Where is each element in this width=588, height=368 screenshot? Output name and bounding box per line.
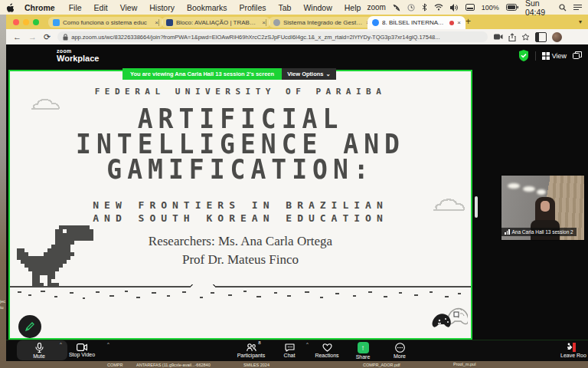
tab-sistema-integrado[interactable]: Sistema Integrado de Gestão d × [269,17,374,28]
annotate-button[interactable] [18,315,41,338]
forward-button[interactable]: → [28,32,37,41]
dino-pixel-art [17,225,93,287]
wifi-icon[interactable] [434,4,443,11]
tab-title: Como funciona o sistema educ [63,19,152,26]
menu-help[interactable]: Help [345,3,361,12]
menu-file[interactable]: File [69,3,82,12]
desktop-file-label[interactable]: ANTAREFAS (11.g9cxle-avail...-662840 [136,363,211,367]
presentation-slide: FEDERAL UNIVERSITY OF PARAIBA ARTIFICIAL… [10,71,471,338]
desktop-left-strip: jec tu [0,15,6,362]
profile-avatar[interactable] [552,32,562,42]
zoom-workplace-logo: zoom Workplace [57,48,99,63]
video-options-chevron[interactable]: ^ [107,342,109,347]
chat-button[interactable]: Chat ^ [276,340,303,361]
shared-screen: FEDERAL UNIVERSITY OF PARAIBA ARTIFICIAL… [8,70,472,340]
tab-bilsel-active[interactable]: 8. BİLSEL INTERNATIONAL × [368,16,466,29]
desktop-file-label: tu [0,305,4,310]
desktop-file-label[interactable]: SMILES 2024 [243,363,270,367]
chrome-tab-strip: Como funciona o sistema educ × Bloco: AV… [6,15,588,29]
mute-button[interactable]: Mute ^ [20,340,58,361]
menu-window[interactable]: Window [303,3,332,12]
more-button[interactable]: More [386,340,413,361]
window-controls [13,19,39,25]
popout-window-icon[interactable] [573,51,582,60]
tab-title: 8. BİLSEL INTERNATIONAL [382,19,447,26]
desktop-file-label[interactable]: Prool_m.pul [453,362,475,366]
share-screen-button[interactable]: ↑ Share [349,340,377,361]
tab-favicon [166,19,173,26]
desktop-file-label[interactable]: COMPR [107,363,122,367]
microphone-icon [35,343,44,353]
participants-count-badge: 8 [258,340,260,345]
tab-favicon [53,19,60,26]
gamepad-brain-icon [430,307,468,334]
tab-title: Sistema Integrado de Gestão d [283,19,363,26]
bluetooth-icon[interactable] [422,3,427,12]
menu-view[interactable]: View [120,3,138,12]
audio-level-icon [505,229,510,235]
leave-button[interactable]: Leave Roo [554,340,588,361]
control-center-icon[interactable] [573,4,582,11]
menu-tab[interactable]: Tab [278,3,291,12]
bookmark-star-icon[interactable] [521,33,530,41]
apple-menu-icon[interactable] [6,3,14,12]
clock-icon[interactable] [407,4,415,12]
participants-icon [247,343,256,352]
zoom-status-menu[interactable]: zoom [367,3,385,12]
tab-search-icon[interactable] [535,32,547,42]
minimize-window-button[interactable] [23,19,29,25]
active-app-name[interactable]: Chrome [24,3,55,12]
reload-button[interactable]: ⟳ [44,32,51,42]
slide-university: FEDERAL UNIVERSITY OF PARAIBA [10,87,471,97]
reactions-button[interactable]: Reactions [309,340,345,361]
security-shield-icon[interactable] [518,50,529,61]
close-window-button[interactable] [13,19,19,25]
participants-button[interactable]: 8 Participants [230,340,273,361]
tab-bloco-avaliacao[interactable]: Bloco: AVALIAÇÃO | TRABALH × [162,17,270,28]
menu-edit[interactable]: Edit [94,3,108,12]
heart-icon [322,343,332,352]
battery-icon[interactable] [506,4,518,11]
address-bar[interactable]: app.zoom.us/wc/83226338664/join?fromPWA=… [57,31,488,42]
spotlight-search-icon[interactable] [559,4,567,12]
stop-video-button[interactable]: Stop Video ^ [58,340,106,361]
slide-subtitle: NEW FRONTIERS IN BRAZILIAN AND SOUTH KOR… [10,199,471,225]
url-text: app.zoom.us/wc/83226338664/join?fromPWA=… [71,34,482,41]
chat-options-chevron[interactable]: ^ [306,342,309,347]
menu-clock[interactable]: Sun 04:49 [525,0,552,17]
back-button[interactable]: ← [13,32,21,41]
tab-list-chevron-icon[interactable]: ▾ [579,18,582,25]
participant-name-label: Ana Carla Hall 13 session 2 [501,228,577,236]
header-divider [535,51,536,61]
share-icon: ↑ [358,342,369,353]
menu-profiles[interactable]: Profiles [239,3,266,12]
menu-bookmarks[interactable]: Bookmarks [187,3,227,12]
phone-icon[interactable] [393,4,400,12]
zoom-meeting-window: zoom Workplace View FEDERAL UNIVERSITY O… [6,44,588,361]
desktop-file-label[interactable]: COMPR_ADOR.pdf [363,363,400,367]
camera-in-use-icon[interactable] [494,34,503,40]
desktop-bottom-strip: COMPR ANTAREFAS (11.g9cxle-avail...-6628… [0,361,588,368]
tab-como-funciona[interactable]: Como funciona o sistema educ × [48,17,163,28]
view-options-button[interactable]: View Options ⌄ [282,68,336,80]
leave-door-icon [567,343,577,352]
display-icon[interactable] [466,4,475,11]
view-button[interactable]: View [542,52,567,60]
zoom-window-button[interactable] [33,19,39,25]
meeting-controls-bar: Mute ^ Stop Video ^ 8 Participants Chat … [6,340,588,361]
lock-icon [63,34,68,41]
close-tab-icon[interactable]: × [457,19,461,26]
scrollbar-handle[interactable] [475,196,478,218]
share-banner-message: You are viewing Ana Carla Hall 13 sessio… [122,68,282,80]
menu-history[interactable]: History [149,3,175,12]
share-page-icon[interactable] [508,33,516,41]
slide-title: ARTIFICIAL INTELLIGENCE AND GAMIFICATION… [10,106,471,182]
video-camera-icon [77,343,87,351]
view-label: View [552,52,567,60]
volume-icon[interactable] [450,4,459,12]
participant-video-tile[interactable]: Ana Carla Hall 13 session 2 [501,175,585,241]
battery-percent: 100% [482,4,499,12]
tab-recording-indicator [449,21,454,25]
macos-menu-bar: Chrome File Edit View History Bookmarks … [0,0,588,15]
new-tab-button[interactable]: + [466,16,471,27]
